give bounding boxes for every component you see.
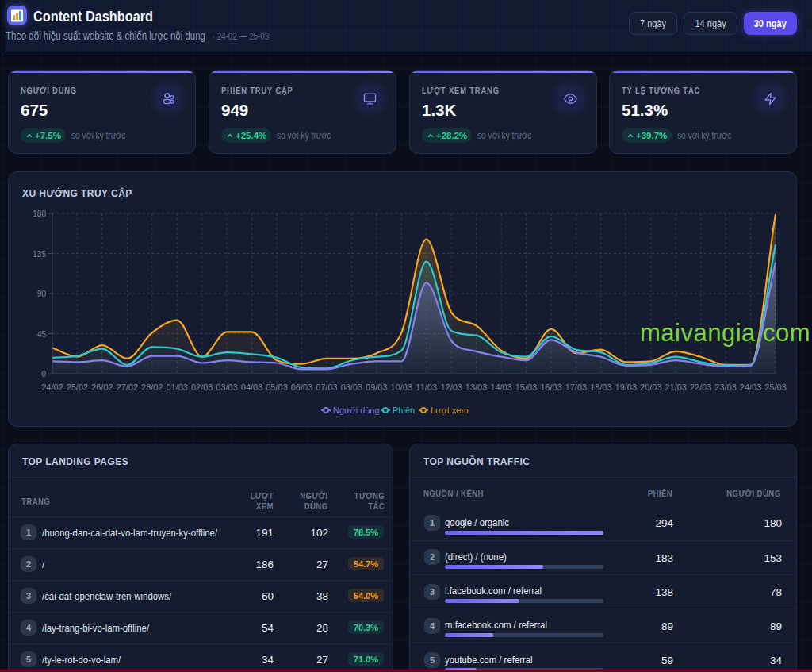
svg-text:24/03: 24/03 [740,382,762,392]
svg-text:18/03: 18/03 [590,382,612,392]
svg-text:20/03: 20/03 [640,382,662,392]
svg-text:13/03: 13/03 [465,382,488,392]
svg-text:15/03: 15/03 [515,382,538,392]
svg-text:Phiên: Phiên [393,405,415,415]
svg-text:02/03: 02/03 [191,382,213,392]
svg-text:08/03: 08/03 [341,382,363,392]
svg-text:09/03: 09/03 [366,382,388,392]
svg-text:0: 0 [41,370,46,378]
svg-text:90: 90 [37,290,47,298]
svg-text:25/03: 25/03 [764,382,787,392]
svg-text:06/03: 06/03 [291,382,313,392]
svg-text:Lượt xem: Lượt xem [431,405,469,415]
svg-text:135: 135 [33,250,46,259]
svg-text:04/03: 04/03 [241,382,263,392]
svg-text:25/02: 25/02 [67,382,89,392]
svg-text:17/03: 17/03 [565,382,588,392]
svg-text:01/03: 01/03 [166,382,188,392]
svg-text:27/02: 27/02 [117,382,139,392]
svg-text:28/02: 28/02 [141,382,163,392]
svg-text:05/03: 05/03 [266,382,288,392]
svg-text:23/03: 23/03 [714,382,737,392]
svg-text:12/03: 12/03 [440,382,462,392]
svg-text:180: 180 [33,209,46,218]
svg-text:03/03: 03/03 [216,382,238,392]
svg-text:16/03: 16/03 [540,382,562,392]
svg-text:26/02: 26/02 [91,382,113,392]
svg-text:22/03: 22/03 [690,382,712,392]
svg-text:45: 45 [37,330,47,339]
svg-text:21/03: 21/03 [665,382,687,392]
svg-text:14/03: 14/03 [490,382,512,392]
svg-text:07/03: 07/03 [316,382,338,392]
svg-text:19/03: 19/03 [615,382,638,392]
svg-text:Người dùng: Người dùng [333,405,380,415]
svg-text:24/02: 24/02 [41,382,63,392]
svg-text:11/03: 11/03 [416,382,437,392]
svg-text:10/03: 10/03 [391,382,413,392]
